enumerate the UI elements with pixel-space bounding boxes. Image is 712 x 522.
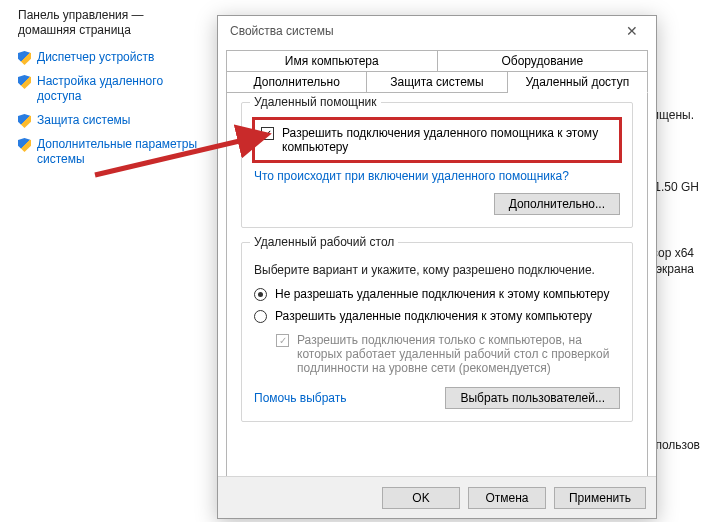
group-title: Удаленный рабочий стол [250, 235, 398, 249]
remote-desktop-desc: Выберите вариант и укажите, кому разреше… [254, 263, 620, 277]
dialog-footer: OK Отмена Применить [218, 476, 656, 518]
shield-icon [18, 114, 31, 128]
control-panel-sidebar: Панель управления — домашняя страница Ди… [0, 0, 210, 176]
tab-remote[interactable]: Удаленный доступ [508, 71, 648, 93]
group-remote-desktop: Удаленный рабочий стол Выберите вариант … [241, 242, 633, 422]
nla-row: Разрешить подключения только с компьютер… [276, 333, 620, 375]
sidebar-item-label: Диспетчер устройств [37, 50, 154, 65]
radio-allow-label: Разрешить удаленные подключения к этому … [275, 309, 592, 323]
sidebar-title: Панель управления — домашняя страница [18, 8, 198, 38]
tab-hardware[interactable]: Оборудование [438, 50, 649, 72]
group-title: Удаленный помощник [250, 95, 381, 109]
allow-remote-assistance-row[interactable]: Разрешить подключения удаленного помощни… [252, 117, 622, 163]
sidebar-item-advanced-settings[interactable]: Дополнительные параметры системы [18, 137, 198, 167]
sidebar-item-device-manager[interactable]: Диспетчер устройств [18, 50, 198, 65]
group-remote-assistance: Удаленный помощник Разрешить подключения… [241, 102, 633, 228]
radio-allow[interactable] [254, 310, 267, 323]
apply-button[interactable]: Применить [554, 487, 646, 509]
radio-disallow-label: Не разрешать удаленные подключения к это… [275, 287, 609, 301]
cancel-button[interactable]: Отмена [468, 487, 546, 509]
sidebar-item-label: Защита системы [37, 113, 130, 128]
bg-graphics-clock: 1.50 GH [654, 180, 699, 194]
radio-disallow[interactable] [254, 288, 267, 301]
shield-icon [18, 51, 31, 65]
allow-remote-assistance-checkbox[interactable] [261, 127, 274, 140]
dialog-titlebar: Свойства системы ✕ [218, 16, 656, 46]
remote-assistance-advanced-button[interactable]: Дополнительно... [494, 193, 620, 215]
remote-assistance-help-link[interactable]: Что происходит при включении удаленного … [254, 169, 569, 183]
allow-remote-assistance-label: Разрешить подключения удаленного помощни… [282, 126, 613, 154]
sidebar-item-label: Дополнительные параметры системы [37, 137, 198, 167]
sidebar-item-system-protection[interactable]: Защита системы [18, 113, 198, 128]
system-properties-dialog: Свойства системы ✕ Имя компьютера Оборуд… [217, 15, 657, 519]
tab-advanced[interactable]: Дополнительно [226, 71, 367, 93]
radio-allow-row[interactable]: Разрешить удаленные подключения к этому … [254, 309, 620, 323]
shield-icon [18, 138, 31, 152]
nla-label: Разрешить подключения только с компьютер… [297, 333, 620, 375]
tab-system-protection[interactable]: Защита системы [367, 71, 507, 93]
ok-button[interactable]: OK [382, 487, 460, 509]
tab-computer-name[interactable]: Имя компьютера [226, 50, 438, 72]
sidebar-item-label: Настройка удаленного доступа [37, 74, 198, 104]
dialog-title: Свойства системы [230, 24, 616, 38]
nla-checkbox [276, 334, 289, 347]
sidebar-item-remote-settings[interactable]: Настройка удаленного доступа [18, 74, 198, 104]
shield-icon [18, 75, 31, 89]
radio-disallow-row[interactable]: Не разрешать удаленные подключения к это… [254, 287, 620, 301]
select-users-button[interactable]: Выбрать пользователей... [445, 387, 620, 409]
tab-body-remote: Удаленный помощник Разрешить подключения… [226, 92, 648, 488]
help-choose-link[interactable]: Помочь выбрать [254, 391, 347, 405]
close-button[interactable]: ✕ [616, 23, 648, 39]
